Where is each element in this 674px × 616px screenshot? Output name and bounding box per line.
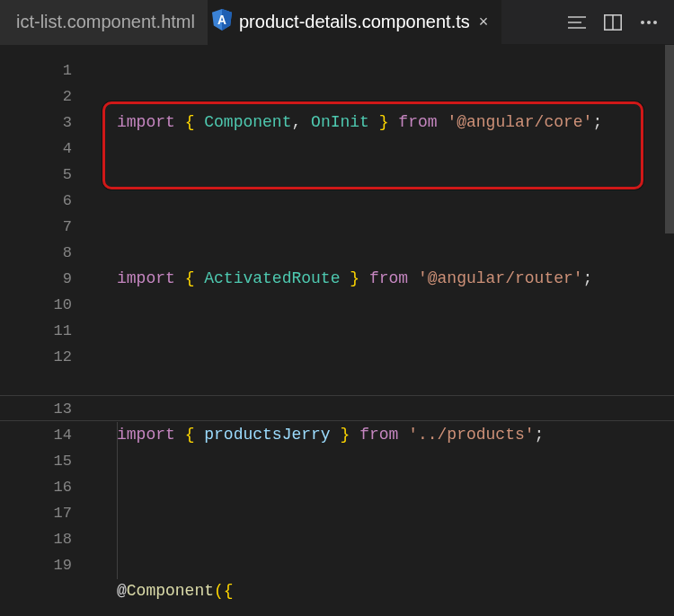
svg-point-5 <box>653 21 657 24</box>
tab-product-list[interactable]: ict-list.component.html <box>0 0 208 45</box>
tab-product-details[interactable]: A product-details.component.ts × <box>208 0 501 45</box>
svg-text:A: A <box>217 14 226 28</box>
close-icon[interactable]: × <box>479 13 489 31</box>
tab-label: product-details.component.ts <box>239 12 470 32</box>
angular-shield-icon: A <box>212 9 232 35</box>
tab-label: ict-list.component.html <box>16 12 195 32</box>
line-number-gutter: 1 2 3 4 5 6 7 8 9 10 11 12 13 14 15 16 1… <box>0 45 90 616</box>
tab-bar: ict-list.component.html A product-detail… <box>0 0 674 45</box>
code-editor[interactable]: 1 2 3 4 5 6 7 8 9 10 11 12 13 14 15 16 1… <box>0 45 674 616</box>
menu-icon[interactable] <box>568 16 586 29</box>
more-actions-icon[interactable] <box>640 20 658 25</box>
svg-point-3 <box>641 21 644 24</box>
svg-point-4 <box>647 21 651 24</box>
split-editor-icon[interactable] <box>604 14 622 31</box>
code-area[interactable]: import { Component, OnInit } from '@angu… <box>90 45 674 616</box>
